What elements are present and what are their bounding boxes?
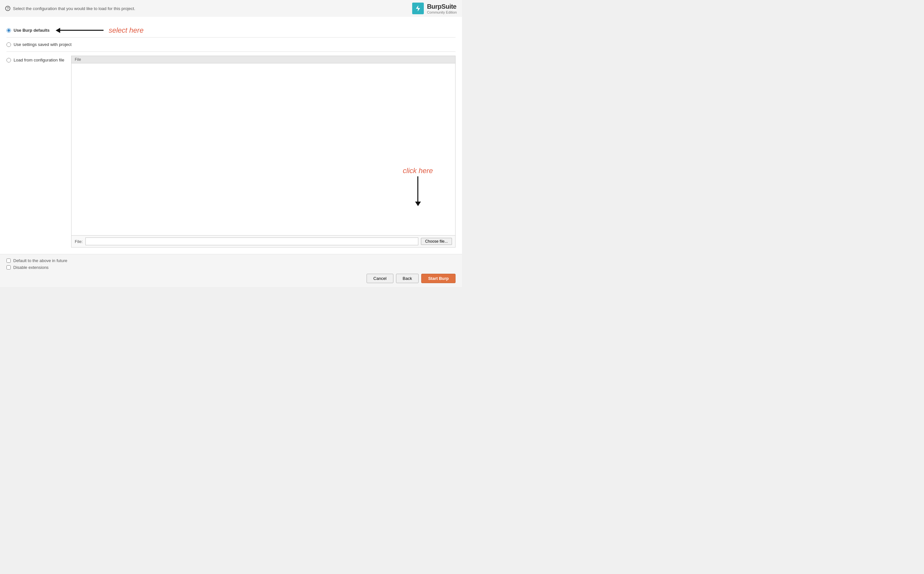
disable-extensions-row: Disable extensions (6, 265, 455, 270)
use-settings-saved-row: Use settings saved with project (6, 38, 455, 52)
use-burp-defaults-row: Use Burp defaults select here (6, 23, 455, 38)
burp-logo: BurpSuite Community Edition (412, 3, 457, 14)
burp-lightning-icon (414, 5, 422, 12)
header-instruction: ? Select the configuration that you woul… (5, 6, 135, 11)
disable-extensions-checkbox[interactable] (6, 265, 11, 270)
footer: Default to the above in future Disable e… (0, 254, 462, 287)
use-burp-defaults-radio[interactable] (6, 28, 11, 33)
select-here-annotation: select here (58, 26, 144, 35)
file-text-input[interactable] (85, 238, 418, 245)
instruction-text: Select the configuration that you would … (13, 6, 135, 11)
back-button[interactable]: Back (396, 274, 419, 283)
help-icon[interactable]: ? (5, 6, 10, 11)
start-burp-button[interactable]: Start Burp (421, 274, 455, 283)
load-from-config-label[interactable]: Load from configuration file (6, 58, 65, 62)
burp-logo-text: BurpSuite Community Edition (427, 3, 457, 14)
footer-buttons: Cancel Back Start Burp (6, 274, 455, 283)
burp-logo-icon (412, 3, 424, 14)
file-label: File: (75, 239, 83, 244)
choose-file-button[interactable]: Choose file... (421, 238, 452, 245)
use-settings-saved-radio[interactable] (6, 43, 11, 47)
file-panel-body (71, 63, 455, 235)
main-wrapper: Use Burp defaults select here Use settin… (0, 17, 462, 254)
file-panel: File File: Choose file... (71, 56, 455, 248)
cancel-button[interactable]: Cancel (367, 274, 393, 283)
use-settings-saved-label[interactable]: Use settings saved with project (6, 42, 71, 47)
click-here-annotation: click here (403, 167, 433, 202)
disable-extensions-label: Disable extensions (13, 265, 49, 270)
load-from-config-text: Load from configuration file (14, 58, 65, 62)
use-burp-defaults-label[interactable]: Use Burp defaults (6, 28, 49, 33)
file-panel-header: File (71, 56, 455, 63)
burp-logo-edition: Community Edition (427, 10, 457, 14)
default-future-label: Default to the above in future (13, 258, 67, 263)
default-future-row: Default to the above in future (6, 258, 455, 263)
footer-checkboxes: Default to the above in future Disable e… (6, 258, 455, 270)
default-future-checkbox[interactable] (6, 259, 11, 263)
main-content: Use Burp defaults select here Use settin… (0, 17, 462, 254)
config-label-col: Load from configuration file (6, 56, 71, 248)
use-settings-saved-text: Use settings saved with project (14, 42, 71, 47)
use-burp-defaults-text: Use Burp defaults (14, 28, 49, 33)
click-arrow-head (415, 202, 421, 206)
burp-logo-name: BurpSuite (427, 3, 457, 10)
svg-marker-0 (416, 5, 420, 11)
arrow-line (58, 30, 104, 31)
header: ? Select the configuration that you woul… (0, 0, 462, 17)
page-container: ? Select the configuration that you woul… (0, 0, 462, 287)
file-input-row: File: Choose file... (71, 235, 455, 247)
file-column-header: File (75, 57, 81, 62)
load-config-section: Load from configuration file File File: … (6, 56, 455, 248)
select-here-text: select here (109, 26, 144, 35)
load-from-config-radio[interactable] (6, 58, 11, 62)
click-here-text: click here (403, 167, 433, 175)
click-arrow-down (417, 177, 418, 202)
config-label-row: Load from configuration file (6, 58, 71, 62)
